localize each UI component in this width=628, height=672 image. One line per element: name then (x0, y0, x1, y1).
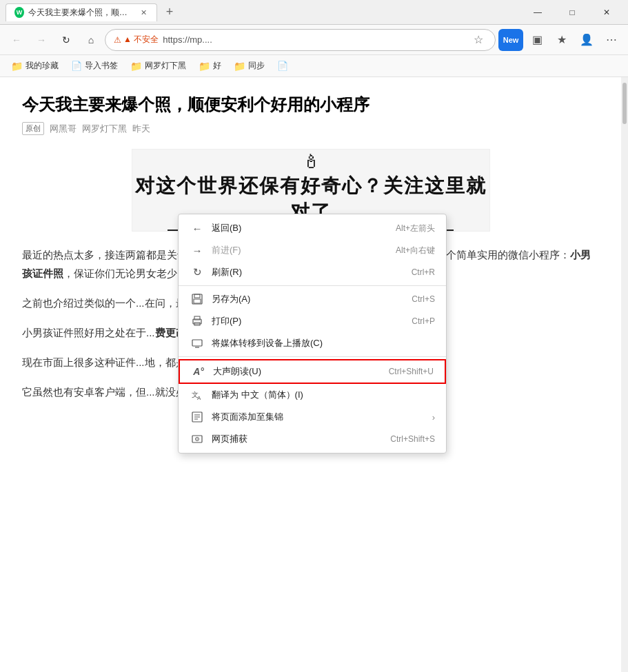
menu-item-forward: →前进(F)Alt+向右键 (179, 239, 446, 261)
para2-start: 之前也介绍过类似的一个 (22, 297, 136, 309)
minimize-button[interactable]: — (522, 0, 554, 25)
scrollbar-thumb[interactable] (622, 83, 627, 124)
scrollbar[interactable] (621, 77, 628, 672)
print-icon (190, 316, 205, 327)
meta-original: 原创 (22, 122, 44, 135)
svg-rect-1 (194, 294, 200, 298)
read-icon: A° (191, 366, 206, 377)
menu-item-refresh[interactable]: ↻刷新(R)Ctrl+R (179, 261, 446, 283)
para2-mid: ... (136, 297, 145, 309)
collections-arrow-icon: › (432, 412, 435, 422)
warning-triangle-icon: ⚠ (114, 35, 121, 45)
refresh-button[interactable]: ↻ (55, 29, 77, 51)
cast-icon (190, 338, 205, 349)
meta-source: 网罗灯下黑 (82, 123, 127, 135)
collections-label: 将页面添加至集锦 (212, 411, 432, 423)
favorite-icon[interactable]: ☆ (470, 32, 487, 48)
meta-author: 网黑哥 (50, 123, 77, 135)
bookmark-wlxdh[interactable]: 📁 网罗灯下黑 (125, 59, 192, 73)
tab-close-button[interactable]: ✕ (139, 7, 148, 18)
profile-button[interactable]: 👤 (576, 29, 598, 51)
favorites-toolbar-button[interactable]: ★ (551, 29, 573, 51)
saveas-shortcut: Ctrl+S (412, 294, 435, 304)
wechat-favicon: W (14, 7, 24, 18)
bookmark-label: 我的珍藏 (26, 60, 59, 72)
screenshot-shortcut: Ctrl+Shift+S (390, 434, 435, 444)
new-badge-button[interactable]: New (498, 29, 523, 51)
saveas-label: 另存为(A) (212, 293, 395, 305)
address-input-wrap[interactable]: ⚠ ▲ 不安全 https://mp.... ☆ (105, 29, 496, 51)
para4-start: 现在市面上很多这种证件 (22, 356, 136, 368)
menu-item-cast[interactable]: 将媒体转移到设备上播放(C) (179, 332, 446, 354)
read-label: 大声朗读(U) (213, 365, 372, 378)
bookmark-label: 好 (213, 60, 221, 72)
context-menu: ←返回(B)Alt+左箭头→前进(F)Alt+向右键↻刷新(R)Ctrl+R另存… (178, 214, 447, 454)
toolbar-right: New ▣ ★ 👤 ⋯ (498, 29, 622, 51)
folder-icon: 📁 (199, 61, 210, 72)
translate-label: 翻译为 中文（简体）(I) (212, 389, 435, 401)
tab-area: W 今天我主要来爆个照，顺便安利... ✕ + (6, 3, 522, 22)
back-shortcut: Alt+左箭头 (396, 223, 435, 234)
folder-icon: 📁 (130, 61, 142, 72)
menu-item-screenshot[interactable]: 网页捕获Ctrl+Shift+S (179, 428, 446, 450)
address-bar: ← → ↻ ⌂ ⚠ ▲ 不安全 https://mp.... ☆ New ▣ ★… (0, 25, 628, 55)
menu-item-back[interactable]: ←返回(B)Alt+左箭头 (179, 217, 446, 239)
folder-icon: 📁 (11, 61, 23, 72)
more-menu-button[interactable]: ⋯ (600, 29, 622, 51)
new-tab-button[interactable]: + (160, 3, 179, 22)
print-shortcut: Ctrl+P (412, 316, 435, 326)
bookmark-import[interactable]: 📄 导入书签 (65, 59, 123, 73)
bookmark-label: 导入书签 (85, 60, 118, 72)
bookmark-sync[interactable]: 📁 同步 (228, 59, 270, 73)
new-badge-label: New (503, 36, 519, 44)
security-warning: ⚠ ▲ 不安全 (114, 34, 159, 45)
menu-divider (179, 356, 446, 357)
menu-item-read[interactable]: A°大声朗读(U)Ctrl+Shift+U (179, 359, 446, 384)
close-button[interactable]: ✕ (591, 0, 622, 25)
refresh-shortcut: Ctrl+R (412, 267, 435, 277)
cast-label: 将媒体转移到设备上播放(C) (212, 337, 435, 349)
para3-start: 小男孩证件照好用之处在于 (22, 327, 146, 338)
back-label: 返回(B) (212, 222, 379, 234)
url-text: https://mp.... (163, 34, 466, 45)
collections-toolbar-button[interactable]: ▣ (526, 29, 548, 51)
menu-item-collections[interactable]: 将页面添加至集锦› (179, 406, 446, 428)
menu-item-saveas[interactable]: 另存为(A)Ctrl+S (179, 288, 446, 310)
forward-icon: → (190, 245, 205, 256)
bookmark-my-collection[interactable]: 📁 我的珍藏 (6, 59, 64, 73)
active-tab[interactable]: W 今天我主要来爆个照，顺便安利... ✕ (6, 3, 157, 21)
forward-shortcut: Alt+向右键 (396, 245, 435, 256)
para5-start: 它虽然也有安卓客户端，但 (22, 386, 146, 398)
bookmark-page-empty[interactable]: 📄 (272, 59, 294, 72)
refresh-label: 刷新(R) (212, 266, 395, 278)
svg-point-16 (196, 438, 198, 440)
menu-item-print[interactable]: 打印(P)Ctrl+P (179, 310, 446, 332)
para4-mid: ... (136, 356, 145, 368)
menu-divider (179, 285, 446, 286)
back-button[interactable]: ← (6, 29, 28, 51)
refresh-icon: ↻ (190, 266, 205, 278)
article-title: 今天我主要来爆个照，顺便安利个好用的小程序 (22, 94, 599, 115)
para3-mid: ... (146, 327, 155, 338)
read-shortcut: Ctrl+Shift+U (389, 367, 434, 376)
meta-time: 昨天 (132, 123, 150, 135)
security-text: ▲ 不安全 (123, 34, 159, 45)
screenshot-icon (190, 434, 205, 445)
folder-icon: 📁 (234, 61, 245, 72)
print-label: 打印(P) (212, 315, 395, 327)
page-icon: 📄 (277, 61, 288, 71)
title-bar: W 今天我主要来爆个照，顺便安利... ✕ + — □ ✕ (0, 0, 628, 25)
svg-text:A: A (197, 395, 201, 400)
window-controls: — □ ✕ (522, 0, 622, 25)
bookmark-good[interactable]: 📁 好 (193, 59, 227, 73)
maximize-button[interactable]: □ (556, 0, 588, 25)
bookmarks-bar: 📁 我的珍藏 📄 导入书签 📁 网罗灯下黑 📁 好 📁 同步 📄 (0, 55, 628, 77)
para5-mid: ... (146, 386, 155, 398)
forward-button[interactable]: → (30, 29, 52, 51)
menu-item-translate[interactable]: 文A翻译为 中文（简体）(I) (179, 384, 446, 406)
home-button[interactable]: ⌂ (80, 29, 102, 51)
bookmark-label: 网罗灯下黑 (145, 60, 186, 72)
translate-icon: 文A (190, 389, 205, 400)
svg-rect-6 (192, 340, 202, 346)
svg-rect-2 (194, 299, 201, 303)
